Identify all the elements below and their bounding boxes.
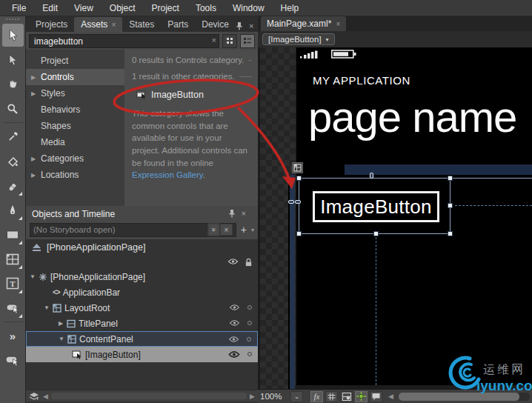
- category-project[interactable]: Project: [26, 53, 124, 69]
- menu-view[interactable]: View: [67, 1, 101, 16]
- tab-parts[interactable]: Parts: [161, 17, 195, 32]
- zoom-dropdown-icon[interactable]: ⌄: [290, 391, 303, 402]
- toolbox-grip[interactable]: [6, 19, 19, 20]
- pin-icon[interactable]: [228, 209, 236, 218]
- eye-icon[interactable]: [227, 258, 239, 265]
- last-used-asset-icon[interactable]: [1, 348, 24, 373]
- category-behaviors[interactable]: Behaviors: [26, 101, 124, 118]
- lock-toggle[interactable]: [247, 337, 251, 342]
- menu-file[interactable]: File: [4, 1, 33, 16]
- resize-handle-right[interactable]: [448, 203, 453, 208]
- close-document-icon[interactable]: ×: [336, 20, 340, 28]
- eye-icon[interactable]: [229, 319, 240, 327]
- eyedropper-tool-icon[interactable]: [1, 124, 24, 149]
- new-storyboard-button[interactable]: +: [239, 224, 249, 236]
- pan-tool-icon[interactable]: [1, 72, 24, 96]
- snap-to-snaplines-toggle[interactable]: [355, 391, 368, 402]
- category-controls[interactable]: ▶Controls: [26, 69, 124, 85]
- scrollbar-track[interactable]: [51, 393, 247, 399]
- layers-icon[interactable]: [29, 392, 40, 401]
- expand-icon[interactable]: ▶: [57, 320, 64, 327]
- tab-states[interactable]: States: [122, 17, 161, 32]
- imagebutton-control[interactable]: ImageButton: [313, 191, 439, 222]
- tab-device[interactable]: Device: [195, 17, 236, 32]
- snap-to-gridlines-toggle[interactable]: [340, 391, 353, 402]
- resize-handle-bottomleft[interactable]: [296, 231, 302, 236]
- menu-object[interactable]: Object: [102, 1, 143, 16]
- lock-toggle[interactable]: [247, 321, 252, 325]
- grid-panel-badge-icon[interactable]: [292, 162, 303, 173]
- category-shapes[interactable]: Shapes: [26, 118, 124, 134]
- close-tab-icon[interactable]: ×: [111, 21, 116, 29]
- menu-help[interactable]: Help: [273, 1, 307, 16]
- selection-left-edge[interactable]: [299, 178, 299, 234]
- selection-tool-icon[interactable]: [2, 24, 24, 47]
- menu-tools[interactable]: Tools: [188, 1, 224, 16]
- resize-handle-topright[interactable]: [448, 176, 453, 181]
- collapse-icon[interactable]: ▼: [43, 304, 50, 311]
- resize-handle-bottomright[interactable]: [448, 231, 453, 236]
- category-categories[interactable]: ▶Categories: [26, 150, 124, 167]
- annotations-toggle[interactable]: [370, 391, 382, 402]
- application-title-text[interactable]: MY APPLICATION: [313, 74, 410, 87]
- storyboard-open-icon[interactable]: »: [207, 224, 219, 236]
- menu-window[interactable]: Window: [225, 1, 272, 16]
- pin-icon[interactable]: [236, 21, 243, 30]
- expression-gallery-link[interactable]: Expression Gallery: [132, 170, 203, 179]
- horizontal-scrollbar[interactable]: [399, 393, 530, 401]
- tree-row-phoneapplicationpage[interactable]: ▼ [PhoneApplicationPage]: [26, 269, 258, 284]
- scroll-left-icon[interactable]: ◀: [388, 393, 393, 400]
- storyboard-options-icon[interactable]: ▾: [251, 227, 254, 233]
- eye-icon[interactable]: [228, 336, 239, 343]
- eraser-tool-icon[interactable]: [1, 173, 24, 198]
- category-media[interactable]: Media: [26, 134, 124, 150]
- close-panel-icon[interactable]: ×: [249, 21, 253, 30]
- lock-toggle[interactable]: [247, 352, 252, 356]
- artboard[interactable]: MY APPLICATION page name ImageButton: [258, 47, 532, 389]
- scope-row[interactable]: [PhoneApplicationPage]: [26, 239, 258, 256]
- tree-row-contentpanel[interactable]: ▼ ContentPanel: [26, 331, 258, 347]
- selection-top-edge[interactable]: [299, 178, 532, 179]
- resize-handle-topleft[interactable]: [296, 176, 302, 181]
- collapse-icon[interactable]: ▼: [29, 273, 36, 280]
- close-panel-icon[interactable]: ×: [242, 209, 246, 218]
- search-input[interactable]: [29, 34, 219, 48]
- clear-search-icon[interactable]: ×: [212, 36, 216, 44]
- scrollbar-thumb[interactable]: [399, 393, 519, 401]
- category-locations[interactable]: ▶Locations: [26, 167, 124, 183]
- scroll-left-icon[interactable]: ◀: [43, 393, 48, 400]
- margin-anchor-left-icon[interactable]: [288, 200, 301, 204]
- tree-row-imagebutton[interactable]: [ImageButton]: [26, 347, 258, 362]
- pen-tool-icon[interactable]: [1, 198, 24, 222]
- lock-icon[interactable]: [244, 258, 253, 267]
- objects-horizontal-scrollbar[interactable]: ◀ ▶: [26, 390, 258, 402]
- tree-row-layoutroot[interactable]: ▼ LayoutRoot: [26, 300, 258, 316]
- assets-flyout-icon[interactable]: »: [1, 324, 24, 348]
- menu-edit[interactable]: Edit: [35, 1, 65, 16]
- scroll-right-icon[interactable]: ▶: [250, 393, 255, 400]
- paint-bucket-tool-icon[interactable]: [1, 149, 24, 173]
- eye-icon[interactable]: [229, 304, 240, 311]
- tree-row-titlepanel[interactable]: ▶ TitlePanel: [26, 316, 258, 331]
- eye-icon[interactable]: [228, 350, 240, 359]
- text-tool-icon[interactable]: T: [1, 271, 24, 296]
- result-imagebutton[interactable]: ImageButton: [136, 90, 252, 100]
- direct-selection-tool-icon[interactable]: [1, 47, 24, 72]
- margin-anchor-top-icon[interactable]: [370, 173, 373, 179]
- show-grid-toggle[interactable]: [325, 391, 338, 402]
- rectangle-tool-icon[interactable]: [1, 222, 24, 247]
- page-title-text[interactable]: page name: [308, 92, 516, 141]
- scope-up-icon[interactable]: [32, 244, 41, 252]
- category-styles[interactable]: ▶Styles: [26, 85, 124, 101]
- list-view-button[interactable]: [240, 34, 255, 48]
- tab-assets[interactable]: Assets×: [74, 17, 122, 32]
- render-effects-toggle[interactable]: fx: [310, 391, 323, 402]
- tree-row-applicationbar[interactable]: <> ApplicationBar: [26, 284, 258, 300]
- tab-projects[interactable]: Projects: [29, 17, 74, 32]
- layout-grid-tool-icon[interactable]: [1, 247, 24, 271]
- tab-mainpage-xaml[interactable]: MainPage.xaml*×: [261, 16, 346, 31]
- button-control-tool-icon[interactable]: [1, 296, 24, 320]
- zoom-level-value[interactable]: 100%: [260, 392, 288, 401]
- lock-toggle[interactable]: [247, 305, 252, 310]
- menu-project[interactable]: Project: [144, 1, 187, 16]
